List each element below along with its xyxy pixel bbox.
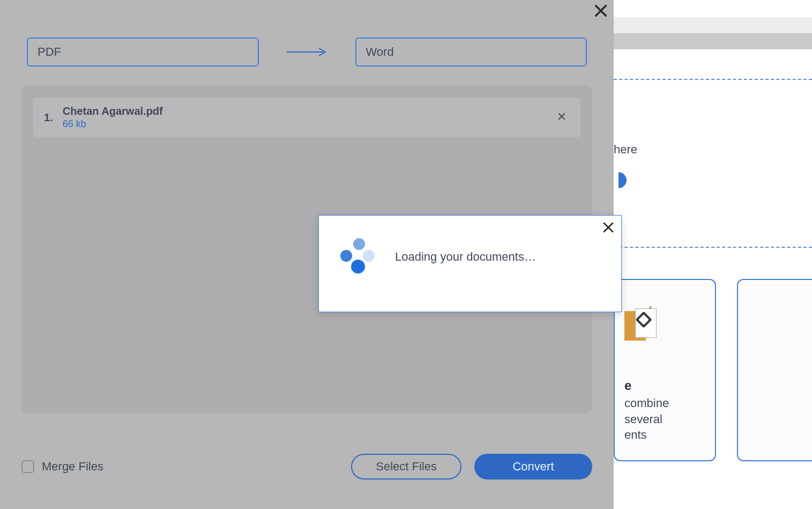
bg-bar-dark	[614, 33, 812, 49]
loading-modal: Loading your documents…	[318, 215, 622, 312]
loading-spinner-icon	[340, 238, 378, 276]
bg-bar-light	[614, 17, 812, 33]
bg-feature-card-2[interactable]	[737, 279, 812, 461]
merge-documents-icon	[624, 308, 657, 357]
loading-message: Loading your documents…	[395, 250, 536, 264]
close-icon	[602, 226, 615, 235]
close-modal-button[interactable]	[602, 221, 615, 236]
bg-drop-hint: here	[614, 143, 637, 157]
bg-card-title: e	[624, 378, 705, 393]
bg-feature-card[interactable]: e combine several ents	[614, 279, 716, 461]
bg-card-desc-2: ents	[624, 428, 647, 441]
background-right-pane: here e combine several ents	[614, 0, 812, 509]
bg-dashed-line-top	[614, 79, 812, 80]
bg-card-desc-1: combine several	[624, 396, 669, 426]
bg-blue-bubble	[619, 172, 627, 188]
bg-dashed-line-bottom	[614, 247, 812, 248]
bg-card-desc: combine several ents	[624, 395, 705, 443]
